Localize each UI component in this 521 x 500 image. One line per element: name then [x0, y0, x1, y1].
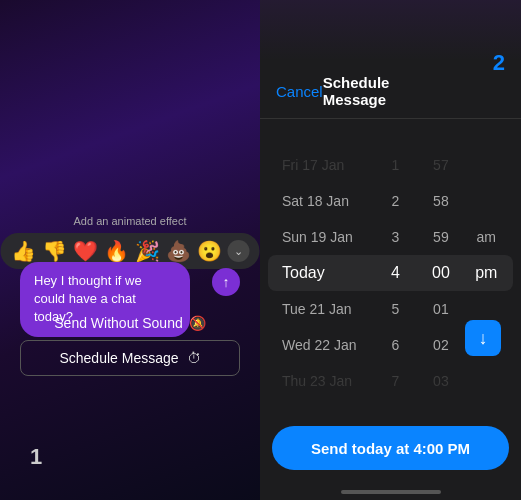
clock-icon: ⏱ — [187, 350, 201, 366]
picker-row-selected: Today — [282, 256, 325, 290]
emoji-fire[interactable]: 🔥 — [104, 239, 129, 263]
top-blur-decoration — [260, 0, 521, 60]
picker-row: 7 — [392, 364, 400, 398]
left-panel: Add an animated effect 👍 👎 ❤️ 🔥 🎉 💩 😮 ⌄ … — [0, 0, 260, 500]
right-panel: Cancel Schedule Message 2 Fri 17 Jan Sat… — [260, 0, 521, 500]
emoji-more-button[interactable]: ⌄ — [228, 240, 250, 262]
picker-row-selected: 00 — [432, 256, 450, 290]
picker-row: 2 — [392, 184, 400, 218]
picker-row: Wed 22 Jan — [282, 328, 356, 362]
picker-row-selected: 4 — [391, 256, 400, 290]
picker-row: 1 — [392, 148, 400, 182]
picker-row: 6 — [392, 328, 400, 362]
bell-slash-icon: 🔕 — [189, 315, 206, 331]
picker-row: 01 — [433, 292, 449, 326]
emoji-poop[interactable]: 💩 — [166, 239, 191, 263]
picker-row: Sun 19 Jan — [282, 220, 353, 254]
schedule-message-button[interactable]: Schedule Message ⏱ — [20, 340, 240, 376]
send-schedule-button[interactable]: Send today at 4:00 PM — [272, 426, 509, 470]
picker-row: 3 — [392, 220, 400, 254]
send-schedule-label: Send today at 4:00 PM — [311, 440, 470, 457]
emoji-thumbs-up[interactable]: 👍 — [11, 239, 36, 263]
picker-row: 03 — [433, 364, 449, 398]
schedule-title: Schedule Message — [323, 74, 456, 108]
picker-ampm-col: am pm — [464, 148, 509, 398]
picker-row: am — [477, 220, 496, 254]
picker-row: 58 — [433, 184, 449, 218]
animated-effect-label: Add an animated effect — [74, 215, 187, 227]
panel-label-1: 1 — [30, 444, 42, 470]
picker-row: Sat 18 Jan — [282, 184, 349, 218]
time-picker[interactable]: Fri 17 Jan Sat 18 Jan Sun 19 Jan Today T… — [260, 119, 521, 426]
emoji-heart[interactable]: ❤️ — [73, 239, 98, 263]
cancel-button[interactable]: Cancel — [276, 83, 323, 100]
emoji-thumbs-down[interactable]: 👎 — [42, 239, 67, 263]
home-indicator — [341, 490, 441, 494]
picker-row: Tue 21 Jan — [282, 292, 352, 326]
picker-row: 57 — [433, 148, 449, 182]
picker-row: Fri 17 Jan — [282, 148, 344, 182]
picker-hour-col: 1 2 3 4 5 6 7 — [373, 148, 418, 398]
picker-row: 5 — [392, 292, 400, 326]
picker-columns: Fri 17 Jan Sat 18 Jan Sun 19 Jan Today T… — [260, 148, 521, 398]
emoji-party[interactable]: 🎉 — [135, 239, 160, 263]
send-without-sound-option[interactable]: Send Without Sound 🔕 — [20, 306, 240, 340]
picker-row: 02 — [433, 328, 449, 362]
picker-date-col: Fri 17 Jan Sat 18 Jan Sun 19 Jan Today T… — [272, 148, 373, 398]
picker-row-selected: pm — [475, 256, 497, 290]
emoji-bar-container: Add an animated effect 👍 👎 ❤️ 🔥 🎉 💩 😮 ⌄ — [1, 215, 260, 269]
send-button[interactable]: ↑ — [212, 268, 240, 296]
send-without-sound-label: Send Without Sound — [54, 315, 182, 331]
panel-label-2: 2 — [493, 50, 505, 76]
picker-minute-col: 57 58 59 00 01 02 03 — [418, 148, 463, 398]
picker-row: 59 — [433, 220, 449, 254]
schedule-header: Cancel Schedule Message — [260, 60, 521, 119]
picker-row: Thu 23 Jan — [282, 364, 352, 398]
emoji-surprised[interactable]: 😮 — [197, 239, 222, 263]
schedule-message-label: Schedule Message — [59, 350, 178, 366]
